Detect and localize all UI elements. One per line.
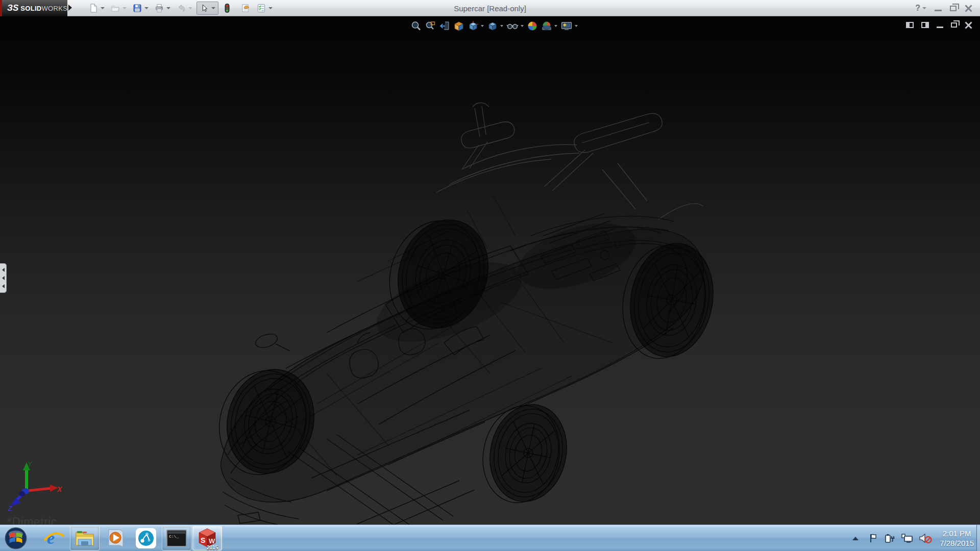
help-dropdown-icon[interactable] <box>922 7 926 9</box>
undo-arrow-icon <box>176 3 186 13</box>
minimize-button[interactable] <box>935 10 942 11</box>
network-share-app-icon <box>135 527 157 549</box>
clock-time: 2:01 PM <box>940 529 974 538</box>
scene-ball-icon <box>541 20 552 32</box>
taskbar-apps: e <box>39 525 223 551</box>
brand-bold: SOLID <box>20 5 41 12</box>
collapse-pane-right-icon[interactable] <box>921 22 929 28</box>
options-checklist-icon <box>256 3 266 13</box>
hide-show-items-button[interactable] <box>506 20 524 32</box>
app-titlebar: ЗS SOLIDWORKS <box>0 0 980 16</box>
command-prompt-icon: C:\_ <box>166 529 187 547</box>
headsup-view-toolbar <box>410 20 578 32</box>
clock-date: 7/28/2015 <box>940 538 974 548</box>
print-button[interactable] <box>153 2 172 14</box>
media-player-icon <box>105 528 126 549</box>
help-button[interactable]: ? <box>915 4 926 13</box>
new-document-button[interactable] <box>87 2 106 14</box>
print-dropdown-icon[interactable] <box>166 7 170 9</box>
show-hidden-icons-button[interactable] <box>852 537 859 540</box>
view-settings-dropdown-icon[interactable] <box>575 25 578 27</box>
close-button[interactable] <box>965 5 972 12</box>
save-button[interactable] <box>131 2 150 14</box>
left-arrow-icon <box>2 268 5 272</box>
featuremanager-collapsed-tab[interactable] <box>0 263 7 293</box>
color-ball-icon <box>527 20 538 32</box>
show-desktop-button[interactable] <box>976 525 980 551</box>
network-share-app-button[interactable] <box>131 526 161 550</box>
reference-triad: Y X Z <box>6 460 65 511</box>
action-center-flag-icon[interactable] <box>868 533 878 543</box>
traffic-light-icon <box>223 3 232 13</box>
collapse-pane-left-icon[interactable] <box>906 22 914 28</box>
solidworks-logo-icon: ЗS <box>7 3 18 13</box>
doc-minimize-button[interactable] <box>937 27 943 28</box>
select-button[interactable] <box>197 2 218 15</box>
solidworks-logo: ЗS SOLIDWORKS <box>0 0 67 16</box>
printer-icon <box>154 3 164 13</box>
view-settings-icon <box>560 20 573 32</box>
open-dropdown-icon <box>122 7 127 9</box>
power-plug-icon[interactable] <box>884 533 895 543</box>
restore-button[interactable] <box>950 6 957 11</box>
options-dropdown-icon[interactable] <box>268 7 273 9</box>
file-properties-icon <box>240 3 251 13</box>
doc-restore-button[interactable] <box>951 22 957 28</box>
select-dropdown-icon[interactable] <box>211 7 215 9</box>
hide-show-dropdown-icon[interactable] <box>521 25 524 27</box>
display-style-dropdown-icon[interactable] <box>500 25 503 27</box>
blank-page-icon <box>88 3 99 13</box>
triad-z-label: Z <box>8 505 13 511</box>
media-player-button[interactable] <box>101 526 130 550</box>
main-toolbar <box>87 0 274 16</box>
solidworks-2015-icon: S W 2015 <box>195 526 219 550</box>
view-settings-button[interactable] <box>560 20 578 32</box>
brand-light: WORKS <box>42 5 68 12</box>
rebuild-button[interactable] <box>221 2 233 14</box>
view-orientation-dropdown-icon[interactable] <box>481 25 484 27</box>
folder-icon <box>110 3 120 13</box>
system-tray: 2:01 PM 7/28/2015 <box>852 525 974 551</box>
view-orientation-label: *Dimetric <box>7 515 57 524</box>
view-orientation-icon <box>468 20 479 32</box>
left-arrow-icon <box>2 284 5 288</box>
apply-scene-button[interactable] <box>541 20 557 32</box>
save-dropdown-icon[interactable] <box>144 7 149 9</box>
open-button[interactable] <box>109 2 128 14</box>
internet-explorer-icon: e <box>43 528 65 549</box>
solidworks-2015-button[interactable]: S W 2015 <box>192 526 222 550</box>
start-button[interactable] <box>4 527 28 550</box>
doc-close-button[interactable] <box>965 21 972 29</box>
view-orientation-button[interactable] <box>468 20 484 32</box>
zoom-to-area-icon <box>425 20 436 32</box>
network-monitor-icon[interactable] <box>901 533 913 543</box>
windows-explorer-button[interactable] <box>70 526 100 550</box>
display-style-button[interactable] <box>487 20 503 32</box>
wireframe-car-model[interactable] <box>0 16 980 524</box>
zoom-to-area-button[interactable] <box>425 20 436 32</box>
options-button[interactable] <box>255 2 274 14</box>
cmd-prompt-label: C:\_ <box>169 534 179 539</box>
new-dropdown-icon[interactable] <box>101 7 105 9</box>
sw-cube-s: S <box>201 536 205 544</box>
apply-scene-dropdown-icon[interactable] <box>554 25 557 27</box>
file-properties-button[interactable] <box>239 2 252 14</box>
section-view-button[interactable] <box>453 20 464 32</box>
internet-explorer-button[interactable]: e <box>39 526 69 550</box>
previous-view-icon <box>439 20 450 32</box>
edit-appearance-button[interactable] <box>527 20 538 32</box>
cursor-arrow-icon <box>200 4 209 13</box>
volume-muted-icon[interactable] <box>919 533 932 544</box>
zoom-to-fit-button[interactable] <box>410 20 422 32</box>
display-style-icon <box>487 20 498 32</box>
command-prompt-button[interactable]: C:\_ <box>162 526 191 550</box>
undo-dropdown-icon <box>188 7 192 9</box>
graphics-viewport[interactable]: Y X Z *Dimetric <box>0 16 980 524</box>
menu-expand-icon[interactable] <box>68 5 72 11</box>
folder-explorer-icon <box>74 528 95 548</box>
taskbar: e <box>0 524 980 551</box>
eyeglasses-icon <box>506 20 519 32</box>
previous-view-button[interactable] <box>439 20 450 32</box>
triad-x-label: X <box>57 485 63 493</box>
taskbar-clock[interactable]: 2:01 PM 7/28/2015 <box>940 529 974 548</box>
